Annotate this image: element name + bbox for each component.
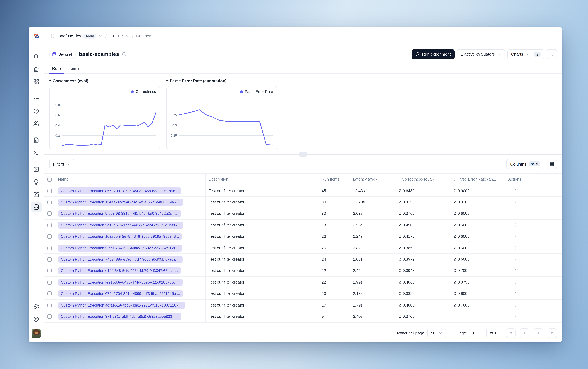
- active-evaluators-button[interactable]: 1 active evaluators: [457, 49, 505, 59]
- sidebar-item-evaluation[interactable]: [31, 164, 42, 174]
- tab-runs[interactable]: Runs: [49, 63, 64, 73]
- last-page-button[interactable]: [548, 328, 557, 338]
- row-checkbox[interactable]: [44, 219, 55, 231]
- previous-page-button[interactable]: [520, 328, 529, 338]
- row-checkbox[interactable]: [44, 254, 55, 265]
- sidebar-item-settings[interactable]: [31, 301, 42, 312]
- charts-toggle-button[interactable]: Charts 2: [507, 49, 544, 59]
- run-experiment-button[interactable]: Run experiment: [412, 49, 455, 59]
- column-header-description[interactable]: Description: [209, 177, 228, 182]
- sidebar-item-home[interactable]: [31, 64, 42, 74]
- row-actions-button[interactable]: [511, 278, 519, 287]
- page-number-input[interactable]: [469, 328, 487, 338]
- langfuse-logo[interactable]: [29, 27, 44, 45]
- run-name-link[interactable]: Custom Python Execution 5a15a616-1bab-44…: [58, 222, 183, 229]
- tab-items[interactable]: Items: [67, 63, 82, 73]
- row-actions-button[interactable]: [511, 187, 519, 195]
- sidebar-item-llm-judge[interactable]: [31, 176, 42, 187]
- sidebar-item-playground[interactable]: [31, 147, 42, 158]
- run-parse-error-rate: Ø 0.7600: [453, 303, 470, 307]
- column-header-parse-error[interactable]: # Parse Error Rate (an...: [453, 177, 496, 182]
- run-name-link[interactable]: Custom Python Execution f6bb1614-1f90-40…: [58, 245, 182, 251]
- lifebuoy-icon: [33, 316, 39, 322]
- table-row[interactable]: Custom Python Execution 9fe23f98-881e-44…: [44, 208, 562, 220]
- sidebar-item-users[interactable]: [31, 118, 42, 129]
- table-row[interactable]: Custom Python Execution e14fa348-5cfc-49…: [44, 265, 562, 277]
- first-page-button[interactable]: [506, 328, 516, 338]
- table-row[interactable]: Custom Python Execution 74de488e-ec9d-47…: [44, 254, 562, 265]
- column-header-correctness[interactable]: # Correctness (eval): [399, 177, 434, 182]
- sidebar-item-annotation[interactable]: [31, 189, 42, 200]
- table-row[interactable]: Custom Python Execution 5a15a616-1bab-44…: [44, 219, 562, 231]
- run-items-count: 30: [322, 200, 326, 205]
- row-checkbox[interactable]: [44, 277, 55, 288]
- breadcrumb-project[interactable]: no-filter: [109, 34, 123, 38]
- sidebar-item-sessions[interactable]: [31, 105, 42, 116]
- chevron-down-icon[interactable]: [98, 34, 102, 38]
- rows-per-page-select[interactable]: 50: [428, 328, 446, 338]
- panel-resize-handle[interactable]: [299, 152, 307, 157]
- sidebar-item-tracing[interactable]: [31, 93, 42, 104]
- table-row[interactable]: Custom Python Execution fe91b83e-04a5-47…: [44, 277, 562, 288]
- column-header-name[interactable]: Name: [58, 177, 69, 182]
- row-checkbox[interactable]: [44, 288, 55, 299]
- sidebar-item-search[interactable]: [31, 51, 42, 62]
- filters-button[interactable]: Filters: [49, 159, 74, 169]
- run-name-link[interactable]: Custom Python Execution 1daec0f9-5e78-43…: [58, 233, 182, 240]
- row-actions-button[interactable]: [511, 221, 519, 229]
- row-actions-button[interactable]: [511, 255, 519, 264]
- sidebar-toggle-button[interactable]: [49, 33, 55, 39]
- table-row[interactable]: Custom Python Execution d66e7991-8595-45…: [44, 185, 562, 197]
- chevron-down-icon[interactable]: [125, 34, 129, 38]
- run-name-link[interactable]: Custom Python Execution 9fe23f98-881e-44…: [58, 210, 181, 217]
- sidebar-item-dashboards[interactable]: [31, 76, 42, 87]
- columns-button[interactable]: Columns 8/15: [507, 159, 544, 169]
- row-checkbox[interactable]: [44, 208, 55, 219]
- run-name-link[interactable]: Custom Python Execution d66e7991-8595-45…: [58, 187, 181, 194]
- row-actions-button[interactable]: [511, 267, 519, 275]
- sidebar-item-prompts[interactable]: [31, 135, 42, 145]
- table-row[interactable]: Custom Python Execution f6bb1614-1f90-40…: [44, 242, 562, 254]
- more-actions-button[interactable]: [547, 49, 557, 59]
- run-name-link[interactable]: Custom Python Execution e14fa348-5cfc-49…: [58, 267, 181, 274]
- row-actions-button[interactable]: [511, 312, 519, 321]
- row-checkbox[interactable]: [44, 300, 55, 311]
- breadcrumb-organization[interactable]: langfuse-dev: [58, 34, 81, 38]
- row-checkbox[interactable]: [44, 265, 55, 276]
- column-header-run-items[interactable]: Run Items: [322, 177, 340, 182]
- table-row[interactable]: Custom Python Execution adfae619-abb0-4d…: [44, 300, 562, 311]
- row-height-button[interactable]: [547, 159, 557, 169]
- sidebar-item-support[interactable]: [31, 314, 42, 324]
- run-name-link[interactable]: Custom Python Execution fe91b83e-04a5-47…: [58, 279, 183, 286]
- run-name-link[interactable]: Custom Python Execution 114aa9ef-29e6-4e…: [58, 199, 183, 206]
- run-latency: 12.20s: [353, 200, 365, 205]
- table-row[interactable]: Custom Python Execution 371f531c-abff-4d…: [44, 311, 562, 323]
- row-actions-button[interactable]: [511, 233, 519, 241]
- row-checkbox[interactable]: [44, 185, 55, 196]
- run-name-link[interactable]: Custom Python Execution 74de488e-ec9d-47…: [58, 256, 183, 263]
- row-checkbox[interactable]: [44, 242, 55, 254]
- row-actions-button[interactable]: [511, 210, 519, 218]
- row-actions-button[interactable]: [511, 289, 519, 298]
- run-name-link[interactable]: Custom Python Execution 076b2704-341d-48…: [58, 290, 183, 297]
- row-actions-button[interactable]: [511, 301, 519, 309]
- table-row[interactable]: Custom Python Execution 114aa9ef-29e6-4e…: [44, 197, 562, 208]
- user-avatar[interactable]: [31, 329, 41, 338]
- next-page-button[interactable]: [534, 328, 543, 338]
- info-icon[interactable]: [122, 52, 127, 56]
- run-name-link[interactable]: Custom Python Execution adfae619-abb0-4d…: [58, 302, 186, 308]
- row-actions-button[interactable]: [511, 198, 519, 206]
- sidebar-item-datasets[interactable]: [31, 202, 42, 212]
- kebab-menu-icon: [512, 223, 517, 227]
- terminal-icon: [33, 150, 39, 156]
- row-actions-button[interactable]: [511, 244, 519, 252]
- table-row[interactable]: Custom Python Execution 1daec0f9-5e78-43…: [44, 231, 562, 242]
- row-checkbox[interactable]: [44, 197, 55, 208]
- column-header-latency[interactable]: Latency (avg): [353, 177, 377, 182]
- table-row[interactable]: Custom Python Execution 076b2704-341d-48…: [44, 288, 562, 300]
- breadcrumb-section[interactable]: Datasets: [136, 34, 152, 38]
- run-name-link[interactable]: Custom Python Execution 371f531c-abff-4d…: [58, 313, 182, 320]
- row-checkbox[interactable]: [44, 231, 55, 242]
- select-all-checkbox[interactable]: [44, 174, 55, 185]
- row-checkbox[interactable]: [44, 311, 55, 322]
